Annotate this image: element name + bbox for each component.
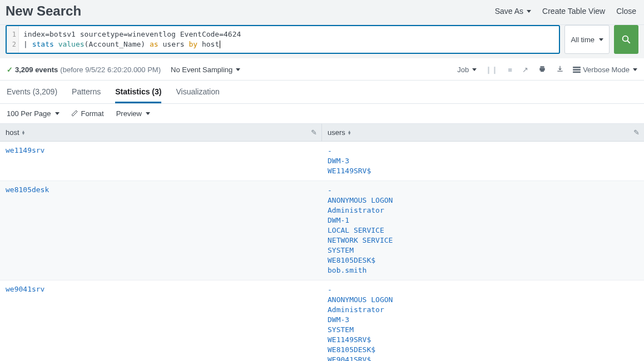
cell-users: -DWM-3WE1149SRV$ (322, 142, 644, 180)
caret-down-icon (472, 68, 477, 71)
create-table-view-button[interactable]: Create Table View (542, 7, 605, 16)
preview-dropdown[interactable]: Preview (116, 109, 150, 118)
time-range-label: All time (571, 36, 595, 44)
search-kw-by: by (189, 40, 197, 48)
format-icon (72, 111, 78, 117)
search-kw-as: as (150, 40, 158, 48)
caret-down-icon (599, 38, 603, 41)
user-value[interactable]: Administrator (328, 305, 638, 315)
tab-patterns[interactable]: Patterns (72, 81, 101, 103)
user-value[interactable]: WE1149SRV$ (328, 335, 638, 345)
search-input-container: 1 2 index=botsv1 sourcetype=wineventlog … (6, 25, 560, 54)
search-input[interactable]: index=botsv1 sourcetype=wineventlog Even… (19, 26, 559, 53)
user-value[interactable]: WE9041SRV$ (328, 355, 638, 361)
column-header-users-label: users (328, 128, 345, 137)
user-value[interactable]: LOCAL SERVICE (328, 225, 638, 235)
caret-down-icon (236, 68, 240, 71)
user-value[interactable]: ANONYMOUS LOGON (328, 195, 638, 205)
cell-users: -ANONYMOUS LOGONAdministratorDWM-1LOCAL … (322, 181, 644, 280)
user-value[interactable]: DWM-3 (328, 156, 638, 166)
search-gutter: 1 2 (7, 26, 19, 53)
stop-icon: ■ (507, 64, 513, 75)
user-value[interactable]: bob.smith (328, 265, 638, 275)
event-timestamp: (before 9/5/22 6:20:20.000 PM) (60, 66, 161, 74)
share-icon[interactable]: ↗ (521, 64, 529, 75)
caret-down-icon (146, 112, 150, 115)
text-cursor (220, 41, 220, 48)
user-value[interactable]: DWM-3 (328, 315, 638, 325)
user-value[interactable]: - (328, 285, 638, 295)
page-title: New Search (6, 3, 81, 19)
caret-down-icon (55, 112, 60, 115)
svg-rect-3 (573, 69, 581, 71)
user-value[interactable]: WE1149SRV$ (328, 166, 638, 176)
cell-host[interactable]: we1149srv (0, 142, 322, 180)
column-header-users[interactable]: users ▲▼ ✎ (322, 124, 644, 141)
job-label: Job (457, 66, 469, 74)
edit-column-icon[interactable]: ✎ (633, 128, 640, 137)
format-label: Format (81, 109, 104, 118)
user-value[interactable]: Administrator (328, 205, 638, 215)
search-icon (621, 34, 631, 44)
print-icon[interactable] (537, 64, 547, 76)
svg-rect-4 (573, 71, 581, 73)
verbose-mode-icon (573, 67, 581, 73)
preview-label: Preview (116, 109, 142, 118)
user-value[interactable]: WE8105DESK$ (328, 345, 638, 355)
user-value[interactable]: DWM-1 (328, 215, 638, 225)
event-sampling-dropdown[interactable]: No Event Sampling (171, 66, 240, 74)
gutter-line-1: 1 (7, 29, 16, 39)
sort-icon: ▲▼ (22, 131, 26, 135)
search-field: host (197, 40, 219, 48)
table-row: we1149srv-DWM-3WE1149SRV$ (0, 142, 644, 181)
svg-point-0 (623, 36, 628, 42)
user-value[interactable]: - (328, 185, 638, 195)
edit-column-icon[interactable]: ✎ (311, 128, 317, 137)
svg-line-1 (627, 41, 630, 43)
time-range-picker[interactable]: All time (564, 25, 610, 54)
search-kw-values: values (58, 40, 85, 48)
user-value[interactable]: SYSTEM (328, 245, 638, 255)
search-args: (Account_Name) (85, 40, 150, 48)
job-dropdown[interactable]: Job (457, 66, 477, 74)
tab-events[interactable]: Events (3,209) (7, 81, 57, 103)
svg-rect-2 (573, 67, 581, 68)
table-row: we9041srv-ANONYMOUS LOGONAdministratorDW… (0, 280, 644, 361)
user-value[interactable]: - (328, 146, 638, 156)
column-header-host-label: host (6, 128, 19, 137)
mode-label: Verbose Mode (583, 66, 630, 74)
search-line-1: index=botsv1 sourcetype=wineventlog Even… (23, 30, 241, 38)
cell-host[interactable]: we8105desk (0, 181, 322, 280)
event-sampling-label: No Event Sampling (171, 66, 232, 74)
cell-users: -ANONYMOUS LOGONAdministratorDWM-3SYSTEM… (322, 280, 644, 361)
download-icon[interactable] (555, 64, 565, 76)
event-count: 3,209 events (15, 66, 58, 74)
close-button[interactable]: Close (616, 7, 636, 16)
user-value[interactable]: NETWORK SERVICE (328, 235, 638, 245)
search-alias: users (158, 40, 189, 48)
tab-statistics[interactable]: Statistics (3) (115, 81, 161, 103)
gutter-line-2: 2 (7, 39, 16, 49)
table-row: we8105desk-ANONYMOUS LOGONAdministratorD… (0, 181, 644, 280)
per-page-label: 100 Per Page (7, 109, 51, 118)
format-button[interactable]: Format (72, 109, 104, 118)
user-value[interactable]: ANONYMOUS LOGON (328, 295, 638, 305)
tab-visualization[interactable]: Visualization (176, 81, 219, 103)
search-kw-stats: stats (32, 40, 58, 48)
save-as-label: Save As (495, 7, 523, 16)
cell-host[interactable]: we9041srv (0, 280, 322, 361)
caret-down-icon (633, 68, 637, 71)
user-value[interactable]: SYSTEM (328, 325, 638, 335)
check-icon: ✓ (7, 66, 13, 74)
pause-icon: ❙❙ (484, 64, 499, 75)
mode-dropdown[interactable]: Verbose Mode (573, 66, 637, 74)
user-value[interactable]: WE8105DESK$ (328, 255, 638, 265)
search-pipe: | (23, 40, 32, 48)
caret-down-icon (527, 10, 531, 13)
search-button[interactable] (614, 25, 638, 54)
sort-icon: ▲▼ (348, 131, 351, 135)
column-header-host[interactable]: host ▲▼ ✎ (0, 124, 322, 141)
save-as-button[interactable]: Save As (495, 7, 531, 16)
per-page-dropdown[interactable]: 100 Per Page (7, 109, 60, 118)
